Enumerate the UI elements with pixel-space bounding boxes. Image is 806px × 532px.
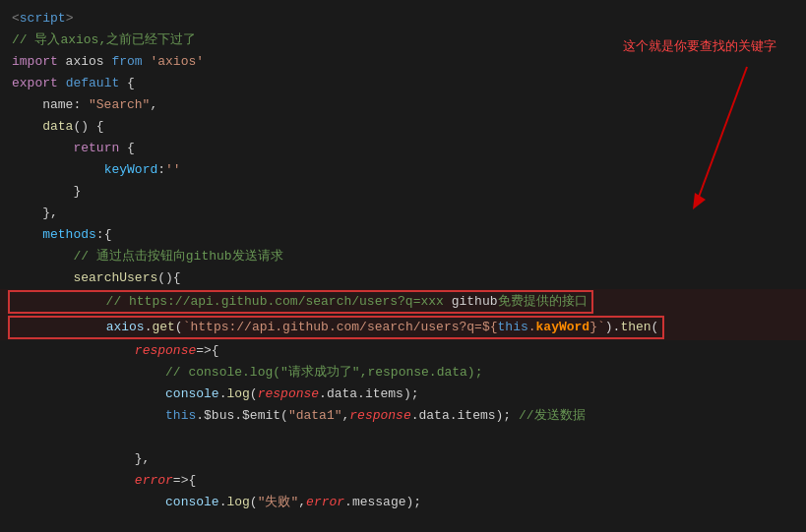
line-8: keyWord:'': [0, 159, 806, 181]
line-14: // https://api.github.com/search/users?q…: [0, 289, 806, 315]
line-content: searchUsers(){: [0, 268, 181, 288]
line-4: export default {: [0, 73, 806, 94]
line-content: methods:{: [0, 225, 111, 245]
line-23: console.log("失败",error.message);: [0, 492, 806, 513]
line-content: console.log(response.data.items);: [0, 384, 419, 404]
line-content: console.log("失败",error.message);: [0, 493, 421, 512]
line-content: },: [0, 204, 58, 223]
line-10: },: [0, 203, 806, 224]
line-content: // 通过点击按钮向github发送请求: [0, 247, 283, 266]
line-content: keyWord:'': [0, 160, 181, 180]
line-content: error=>{: [0, 471, 196, 491]
line-content: // console.log("请求成功了",response.data);: [0, 363, 482, 383]
line-18: console.log(response.data.items);: [0, 384, 806, 405]
line-content: import axios from 'axios': [0, 52, 204, 72]
line-7: return {: [0, 138, 806, 159]
line-19: this.$bus.$emit("data1",response.data.it…: [0, 405, 806, 427]
line-16: response=>{: [0, 340, 806, 362]
line-content: response=>{: [0, 341, 219, 361]
line-20: [0, 427, 806, 448]
line-content: data() {: [0, 117, 104, 137]
line-22: error=>{: [0, 470, 806, 492]
line-content: },: [0, 449, 150, 469]
line-content: // https://api.github.com/search/users?q…: [8, 290, 593, 314]
line-1: <script>: [0, 8, 806, 30]
annotation-label: 这个就是你要查找的关键字: [623, 37, 776, 55]
line-content: this.$bus.$emit("data1",response.data.it…: [0, 406, 586, 426]
line-11: methods:{: [0, 224, 806, 246]
code-editor: <script> // 导入axios,之前已经下过了 import axios…: [0, 0, 806, 532]
line-15: axios.get(`https://api.github.com/search…: [0, 315, 806, 340]
line-content: }: [0, 182, 81, 202]
line-12: // 通过点击按钮向github发送请求: [0, 246, 806, 267]
line-13: searchUsers(){: [0, 267, 806, 289]
line-21: },: [0, 448, 806, 470]
line-content: <script>: [0, 9, 73, 29]
line-content: export default {: [0, 74, 135, 93]
line-content: // 导入axios,之前已经下过了: [0, 30, 196, 50]
line-content: axios.get(`https://api.github.com/search…: [8, 316, 664, 339]
line-content: name: "Search",: [0, 95, 157, 115]
line-9: }: [0, 181, 806, 203]
line-content: [0, 428, 20, 447]
line-6: data() {: [0, 116, 806, 138]
line-content: return {: [0, 139, 135, 158]
line-17: // console.log("请求成功了",response.data);: [0, 362, 806, 384]
line-5: name: "Search",: [0, 94, 806, 116]
